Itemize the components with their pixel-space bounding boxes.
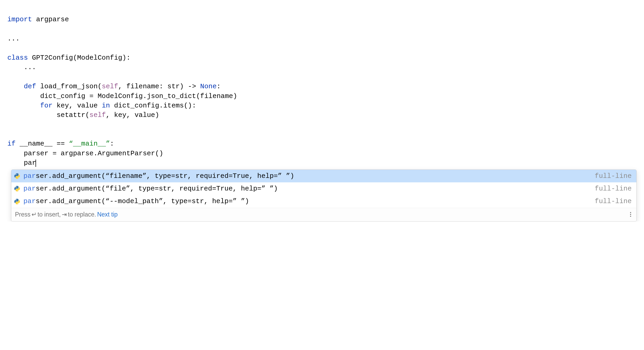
completion-item[interactable]: parser.add_argument(“filename”, type=str… (11, 170, 636, 182)
completion-tag: full-line (595, 197, 632, 206)
code-current-line: par (7, 159, 36, 167)
code-line: if __name__ == “__main__”: (7, 140, 114, 148)
completion-popup: parser.add_argument(“filename”, type=str… (11, 169, 637, 222)
python-icon (14, 186, 20, 192)
completion-text: parser.add_argument(“filename”, type=str… (23, 171, 592, 181)
code-line: parser = argparse.ArgumentParser() (7, 150, 163, 157)
completion-text: parser.add_argument(“file”, type=str, re… (23, 184, 592, 193)
completion-footer: Press ↵ to insert, ⇥ to replace. Next ti… (11, 208, 636, 221)
more-options-icon[interactable] (629, 211, 632, 218)
enter-key-icon: ↵ (32, 210, 37, 219)
footer-hint-text: to insert, (38, 210, 61, 219)
footer-hint-text: to replace. (68, 210, 96, 219)
code-line: ... (7, 63, 36, 71)
footer-hint-text: Press (15, 210, 31, 219)
completion-text: parser.add_argument(“--model_path”, type… (23, 197, 592, 206)
code-line: import argparse (7, 16, 69, 23)
completion-item[interactable]: parser.add_argument(“--model_path”, type… (11, 195, 636, 208)
python-icon (14, 198, 20, 205)
code-line: setattr(self, key, value) (7, 111, 159, 119)
python-icon (14, 173, 20, 179)
code-line: ... (7, 35, 20, 43)
completion-tag: full-line (595, 171, 632, 181)
text-caret (36, 159, 36, 167)
tab-key-icon: ⇥ (62, 210, 67, 219)
code-editor[interactable]: import argparse ... class GPT2Config(Mod… (0, 5, 644, 168)
completion-item[interactable]: parser.add_argument(“file”, type=str, re… (11, 182, 636, 195)
code-line: class GPT2Config(ModelConfig): (7, 54, 130, 62)
code-line: dict_config = ModelConfig.json_to_dict(f… (7, 92, 237, 100)
code-line: for key, value in dict_config.items(): (7, 102, 196, 110)
completion-tag: full-line (595, 184, 632, 193)
next-tip-link[interactable]: Next tip (97, 210, 118, 219)
code-line: def load_from_json(self, filename: str) … (7, 83, 221, 90)
